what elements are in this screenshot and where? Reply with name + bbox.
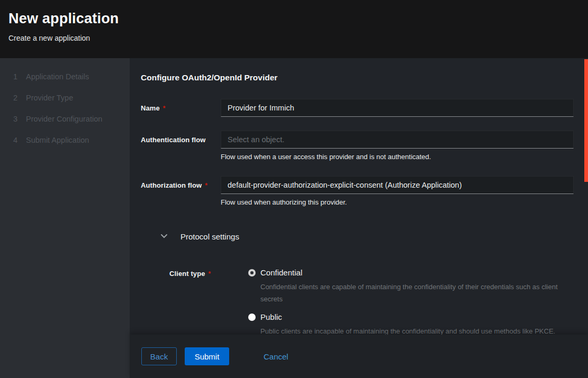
step-number: 2 — [13, 94, 26, 102]
chevron-down-icon — [161, 234, 167, 238]
page-title: New application — [8, 11, 575, 27]
submit-button[interactable]: Submit — [185, 347, 229, 365]
authentication-flow-label: Authentication flow — [141, 131, 221, 144]
name-input[interactable] — [221, 99, 574, 117]
step-heading: Configure OAuth2/OpenId Provider — [141, 73, 574, 82]
step-label: Provider Type — [26, 94, 73, 102]
public-description: Public clients are incapable of maintain… — [260, 325, 574, 335]
protocol-settings-toggle[interactable]: Protocol settings — [161, 228, 574, 244]
client-type-options: Confidential Confidential clients are ca… — [248, 268, 574, 335]
wizard-footer: Back Submit Cancel — [130, 335, 588, 378]
client-type-label: Client type* — [169, 268, 248, 278]
name-label: Name* — [141, 99, 221, 112]
step-label: Application Details — [26, 72, 89, 81]
step-number: 1 — [13, 72, 26, 81]
authentication-flow-help: Flow used when a user access this provid… — [221, 153, 574, 161]
authorization-flow-row: Authorization flow* Flow used when autho… — [141, 176, 574, 206]
confidential-description: Confidential clients are capable of main… — [260, 281, 574, 305]
wizard-steps-sidebar: 1 Application Details 2 Provider Type 3 … — [0, 58, 130, 378]
required-asterisk: * — [209, 270, 211, 278]
step-number: 3 — [13, 115, 26, 123]
authorization-flow-label: Authorization flow* — [141, 176, 221, 189]
confidential-radio[interactable]: Confidential — [248, 268, 574, 277]
radio-selected-icon[interactable] — [248, 269, 256, 276]
back-button[interactable]: Back — [141, 347, 177, 365]
public-radio[interactable]: Public — [248, 312, 574, 321]
cancel-link[interactable]: Cancel — [264, 352, 288, 361]
sidebar-step-submit-application[interactable]: 4 Submit Application — [0, 130, 130, 151]
new-application-wizard: New application Create a new application… — [0, 0, 588, 378]
client-type-option-public: Public Public clients are incapable of m… — [248, 312, 574, 335]
sidebar-step-provider-type[interactable]: 2 Provider Type — [0, 87, 130, 108]
sidebar-step-application-details[interactable]: 1 Application Details — [0, 66, 130, 87]
authorization-flow-help: Flow used when authorizing this provider… — [221, 198, 574, 206]
wizard-header: New application Create a new application — [0, 0, 588, 58]
client-type-row: Client type* Confidential Confidential c… — [169, 268, 574, 335]
step-label: Provider Configuration — [26, 115, 102, 123]
sidebar-step-provider-configuration[interactable]: 3 Provider Configuration — [0, 108, 130, 130]
step-number: 4 — [13, 136, 26, 144]
client-type-option-confidential: Confidential Confidential clients are ca… — [248, 268, 574, 305]
authentication-flow-select[interactable] — [221, 131, 574, 149]
radio-unselected-icon[interactable] — [248, 314, 256, 321]
required-asterisk: * — [163, 105, 166, 112]
vertical-scrollbar-thumb[interactable] — [584, 59, 588, 182]
required-asterisk: * — [205, 182, 207, 189]
protocol-settings-label: Protocol settings — [180, 232, 239, 241]
authentication-flow-row: Authentication flow Flow used when a use… — [141, 131, 574, 161]
authorization-flow-select[interactable] — [221, 176, 574, 194]
name-field-row: Name* — [141, 99, 574, 117]
page-subtitle: Create a new application — [8, 34, 575, 42]
wizard-step-content: Configure OAuth2/OpenId Provider Name* A… — [130, 58, 588, 335]
step-label: Submit Application — [26, 136, 89, 144]
